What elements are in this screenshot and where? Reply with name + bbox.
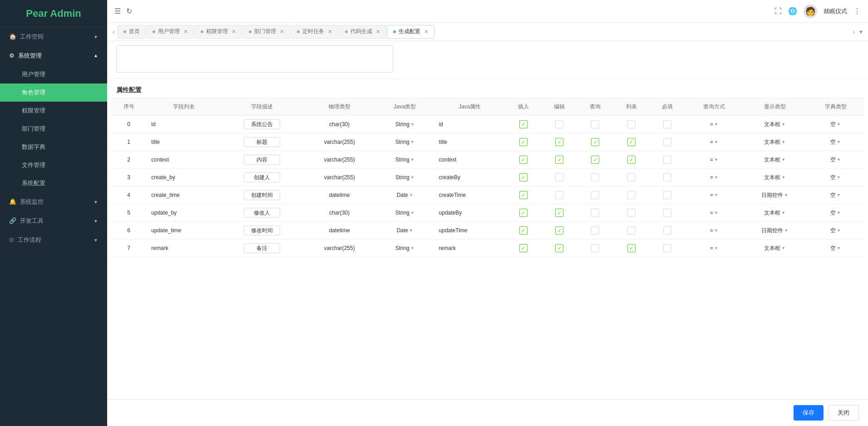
required-checkbox[interactable] bbox=[663, 156, 671, 164]
insert-checkbox[interactable] bbox=[519, 209, 528, 217]
sidebar-item-role-management[interactable]: 角色管理 bbox=[0, 83, 107, 102]
display-type-select[interactable]: 文本框▼ bbox=[745, 174, 804, 181]
desc-input[interactable] bbox=[244, 172, 280, 182]
list-checkbox[interactable] bbox=[627, 244, 636, 252]
java-type-select[interactable]: Date▼ bbox=[378, 227, 432, 234]
sidebar-group-system-header[interactable]: ⚙系统管理 ▼ bbox=[0, 46, 107, 65]
dict-type-select[interactable]: 空▼ bbox=[809, 191, 862, 199]
query-mode-select[interactable]: =▼ bbox=[688, 157, 740, 163]
dict-type-select[interactable]: 空▼ bbox=[809, 245, 862, 252]
dict-type-select[interactable]: 空▼ bbox=[809, 227, 862, 235]
required-checkbox[interactable] bbox=[663, 173, 671, 181]
tab-nav-down[interactable]: ▾ bbox=[858, 28, 864, 35]
query-checkbox[interactable] bbox=[591, 209, 599, 217]
insert-checkbox[interactable] bbox=[519, 191, 528, 199]
query-mode-select[interactable]: =▼ bbox=[688, 210, 740, 216]
query-mode-select[interactable]: =▼ bbox=[688, 121, 740, 127]
menu-toggle-icon[interactable]: ☰ bbox=[114, 7, 121, 15]
refresh-icon[interactable]: ↻ bbox=[126, 7, 132, 15]
sidebar-item-data-dict[interactable]: 数据字典 bbox=[0, 138, 107, 156]
avatar[interactable]: 🧑 bbox=[804, 5, 817, 18]
query-mode-select[interactable]: =▼ bbox=[688, 245, 740, 251]
required-checkbox[interactable] bbox=[663, 138, 671, 146]
dict-type-select[interactable]: 空▼ bbox=[809, 121, 862, 128]
edit-checkbox[interactable] bbox=[555, 156, 563, 164]
tab-close-icon[interactable]: ✕ bbox=[183, 29, 188, 35]
sidebar-item-permission-management[interactable]: 权限管理 bbox=[0, 102, 107, 120]
insert-checkbox[interactable] bbox=[519, 226, 528, 235]
query-mode-select[interactable]: =▼ bbox=[688, 227, 740, 234]
desc-input[interactable] bbox=[244, 119, 280, 129]
java-type-select[interactable]: String▼ bbox=[378, 121, 432, 127]
sidebar-item-dept-management[interactable]: 部门管理 bbox=[0, 120, 107, 138]
tab-close-icon[interactable]: ✕ bbox=[328, 29, 332, 35]
sidebar-group-workflow-header[interactable]: ⊙工作流程 ▼ bbox=[0, 230, 107, 250]
java-type-select[interactable]: String▼ bbox=[378, 139, 432, 145]
list-checkbox[interactable] bbox=[627, 173, 636, 181]
java-type-select[interactable]: String▼ bbox=[378, 157, 432, 163]
tab-gen-config[interactable]: 生成配置 ✕ bbox=[387, 25, 434, 39]
insert-checkbox[interactable] bbox=[519, 138, 528, 146]
query-checkbox[interactable] bbox=[591, 173, 599, 181]
list-checkbox[interactable] bbox=[627, 138, 636, 146]
display-type-select[interactable]: 文本框▼ bbox=[745, 121, 804, 128]
required-checkbox[interactable] bbox=[663, 226, 671, 235]
query-mode-select[interactable]: =▼ bbox=[688, 139, 740, 145]
java-type-select[interactable]: String▼ bbox=[378, 174, 432, 181]
display-type-select[interactable]: 文本框▼ bbox=[745, 245, 804, 252]
required-checkbox[interactable] bbox=[663, 120, 671, 128]
insert-checkbox[interactable] bbox=[519, 120, 528, 128]
sidebar-group-monitor-header[interactable]: 🔔系统监控 ▼ bbox=[0, 192, 107, 211]
edit-checkbox[interactable] bbox=[555, 138, 563, 146]
sidebar-group-workspace-header[interactable]: 🏠工作空间 ▼ bbox=[0, 27, 107, 46]
tab-close-icon[interactable]: ✕ bbox=[376, 29, 380, 35]
globe-icon[interactable]: 🌐 bbox=[788, 7, 797, 15]
query-mode-select[interactable]: =▼ bbox=[688, 192, 740, 198]
edit-checkbox[interactable] bbox=[555, 209, 563, 217]
list-checkbox[interactable] bbox=[627, 191, 636, 199]
desc-input[interactable] bbox=[244, 243, 280, 253]
tab-home[interactable]: 首页 bbox=[118, 25, 146, 39]
query-checkbox[interactable] bbox=[591, 120, 599, 128]
edit-checkbox[interactable] bbox=[555, 244, 563, 252]
tab-nav-left[interactable]: ‹ bbox=[111, 28, 117, 35]
tab-nav-right[interactable]: › bbox=[851, 28, 857, 35]
edit-checkbox[interactable] bbox=[555, 226, 563, 235]
desc-input[interactable] bbox=[244, 208, 280, 218]
sidebar-group-devtools-header[interactable]: 🔗开发工具 ▼ bbox=[0, 211, 107, 230]
desc-input[interactable] bbox=[244, 190, 280, 200]
display-type-select[interactable]: 日期控件▼ bbox=[745, 227, 804, 235]
insert-checkbox[interactable] bbox=[519, 244, 528, 252]
desc-input[interactable] bbox=[244, 137, 280, 147]
desc-input[interactable] bbox=[244, 155, 280, 165]
required-checkbox[interactable] bbox=[663, 209, 671, 217]
query-checkbox[interactable] bbox=[591, 156, 599, 164]
tab-codegen[interactable]: 代码生成 ✕ bbox=[339, 25, 386, 39]
dict-type-select[interactable]: 空▼ bbox=[809, 209, 862, 217]
java-type-select[interactable]: String▼ bbox=[378, 210, 432, 216]
list-checkbox[interactable] bbox=[627, 209, 636, 217]
list-checkbox[interactable] bbox=[627, 226, 636, 235]
display-type-select[interactable]: 文本框▼ bbox=[745, 209, 804, 217]
list-checkbox[interactable] bbox=[627, 120, 636, 128]
query-mode-select[interactable]: =▼ bbox=[688, 174, 740, 181]
insert-checkbox[interactable] bbox=[519, 173, 528, 181]
tab-close-icon[interactable]: ✕ bbox=[280, 29, 284, 35]
tab-permission[interactable]: 权限管理 ✕ bbox=[195, 25, 242, 39]
sidebar-item-user-management[interactable]: 用户管理 bbox=[0, 65, 107, 83]
display-type-select[interactable]: 日期控件▼ bbox=[745, 191, 804, 199]
required-checkbox[interactable] bbox=[663, 191, 671, 199]
tab-dept[interactable]: 部门管理 ✕ bbox=[243, 25, 290, 39]
tab-close-icon[interactable]: ✕ bbox=[232, 29, 236, 35]
query-checkbox[interactable] bbox=[591, 138, 599, 146]
close-button[interactable]: 关闭 bbox=[828, 405, 859, 421]
insert-checkbox[interactable] bbox=[519, 156, 528, 164]
query-checkbox[interactable] bbox=[591, 226, 599, 235]
query-checkbox[interactable] bbox=[591, 191, 599, 199]
description-textarea[interactable] bbox=[116, 45, 393, 73]
dict-type-select[interactable]: 空▼ bbox=[809, 156, 862, 164]
tab-schedule[interactable]: 定时任务 ✕ bbox=[291, 25, 338, 39]
java-type-select[interactable]: Date▼ bbox=[378, 192, 432, 198]
edit-checkbox[interactable] bbox=[555, 173, 563, 181]
edit-checkbox[interactable] bbox=[555, 191, 563, 199]
